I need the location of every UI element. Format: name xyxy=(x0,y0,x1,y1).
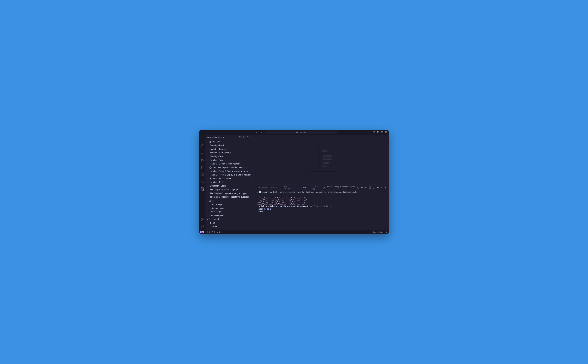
source-control-icon[interactable] xyxy=(201,158,204,162)
notifications-bell-icon[interactable] xyxy=(385,231,387,234)
task-item[interactable]: Foundry - Test xyxy=(205,155,254,158)
task-item[interactable]: Hardhat - Reset & Deploy to platform net… xyxy=(205,173,254,177)
kill-terminal-icon[interactable] xyxy=(372,186,375,189)
gear-icon[interactable] xyxy=(242,136,245,138)
collapse-all-icon[interactable] xyxy=(246,136,248,138)
genie-icon[interactable] xyxy=(201,194,204,198)
svg-rect-7 xyxy=(381,131,383,133)
settings-gear-icon[interactable] xyxy=(201,225,204,229)
tab-terminal[interactable]: TERMINAL xyxy=(298,185,310,190)
task-item[interactable]: test xyxy=(205,228,254,230)
layout-sidebar-left-icon[interactable] xyxy=(377,131,379,134)
task-item[interactable]: The Graph - Deploy or update the subgrap… xyxy=(205,195,254,199)
explorer-icon[interactable] xyxy=(201,144,204,148)
svg-point-0 xyxy=(296,132,297,133)
task-item[interactable]: test package xyxy=(205,210,254,214)
task-item[interactable]: Hardhat - Test xyxy=(205,180,254,184)
tree-group-go[interactable]: ⌄ go xyxy=(205,199,254,203)
tab-output[interactable]: OUTPUT xyxy=(270,185,280,190)
task-item[interactable]: build workspace xyxy=(205,206,254,210)
svg-rect-35 xyxy=(322,150,327,152)
task-item[interactable]: Hardhat - Reset & Deploy to local networ… xyxy=(205,169,254,173)
run-debug-icon[interactable] xyxy=(201,165,204,170)
accounts-icon[interactable] xyxy=(201,218,204,222)
terminal-dropdown-icon[interactable] xyxy=(365,186,367,189)
svg-point-27 xyxy=(202,226,203,227)
more-icon[interactable] xyxy=(250,136,252,138)
close-panel-icon[interactable] xyxy=(384,186,386,189)
layout-grid-icon[interactable] xyxy=(372,131,375,134)
warning-icon xyxy=(211,231,213,233)
svg-point-30 xyxy=(250,137,251,137)
layout-panel-icon[interactable] xyxy=(381,131,383,134)
layout-sidebar-right-icon[interactable] xyxy=(385,131,387,134)
tree-group-workspace[interactable]: ⌄ { } Workspace xyxy=(205,140,254,143)
more-icon[interactable] xyxy=(376,186,379,189)
tools-icon xyxy=(323,187,325,189)
split-terminal-icon[interactable] xyxy=(369,186,371,189)
terminal-body[interactable]: * Executing task: bunx settlemint scs ha… xyxy=(254,190,389,230)
remote-indicator[interactable] xyxy=(200,231,204,234)
task-status-icon xyxy=(256,192,258,193)
task-item[interactable]: compile xyxy=(205,225,254,228)
task-item[interactable]: Foundry - Start network xyxy=(205,151,254,155)
svg-point-28 xyxy=(243,137,244,137)
task-manager-icon[interactable]: 1 xyxy=(201,187,204,191)
svg-point-46 xyxy=(217,232,218,232)
svg-rect-1 xyxy=(373,131,373,132)
task-item[interactable]: The Graph - Build the subgraph xyxy=(205,188,254,192)
task-item[interactable]: Hardhat - Start network xyxy=(205,177,254,181)
testing-icon[interactable] xyxy=(201,180,204,184)
task-item[interactable]: The Graph - Codegen the subgraph types xyxy=(205,192,254,195)
ascii-art-logo: _____ __ __ __ __ ____ __ / ___/___ / /_… xyxy=(256,195,386,205)
terminal-prompt-question: ? Which blockchain node do you want to c… xyxy=(256,205,386,208)
sidebar: TASK MANAGER: TASKS ⌄ { } Workspace Foun… xyxy=(205,135,254,230)
tab-ports[interactable]: PORTS 1 xyxy=(310,184,323,191)
terminal-exec-line: * Executing task: bunx settlemint scs ha… xyxy=(256,191,386,194)
tree-group-hardhat[interactable]: ⌄ hardhat xyxy=(205,217,254,221)
tab-debug-console[interactable]: DEBUG CONSOLE xyxy=(280,184,298,191)
svg-rect-9 xyxy=(385,131,387,133)
task-item[interactable]: Hardhat - Build xyxy=(205,158,254,162)
task-item[interactable]: SettleMint - Login xyxy=(205,184,254,188)
terminal-prompt-selected: ❯ Besu Node 1 xyxy=(256,208,386,210)
refresh-icon[interactable] xyxy=(239,136,241,138)
status-ports[interactable]: 1 xyxy=(216,231,220,233)
status-layout[interactable]: Layout: U.S. xyxy=(373,231,383,233)
extensions-icon[interactable] xyxy=(201,173,204,177)
status-errors[interactable]: 0 xyxy=(206,231,210,233)
sidebar-title: TASK MANAGER: TASKS xyxy=(207,136,228,138)
svg-rect-6 xyxy=(377,131,378,133)
task-item[interactable]: build package xyxy=(205,203,254,206)
menu-icon[interactable] xyxy=(201,136,204,141)
maximize-panel-icon[interactable] xyxy=(380,186,383,189)
svg-point-26 xyxy=(202,219,203,220)
nav-back-icon[interactable] xyxy=(256,131,258,134)
svg-rect-22 xyxy=(203,173,204,174)
task-item[interactable]: Hardhat - Deploy to local network xyxy=(205,162,254,166)
terminal-prompt-option: None xyxy=(256,210,386,213)
task-item-running[interactable]: Hardhat - Deploy to platform network xyxy=(205,166,254,169)
svg-point-43 xyxy=(377,187,378,188)
folder-icon xyxy=(209,218,211,220)
terminal-task-name[interactable]: Hardhat - Deploy to platform network - T… xyxy=(323,186,359,190)
terminal-scrollbar[interactable] xyxy=(388,191,388,193)
folder-icon xyxy=(209,200,211,202)
empty-editor-icon xyxy=(307,147,336,173)
nav-forward-icon[interactable] xyxy=(260,131,262,134)
chevron-down-icon: ⌄ xyxy=(206,199,209,202)
brackets-icon: { } xyxy=(209,140,211,143)
svg-rect-39 xyxy=(322,166,327,167)
task-item[interactable]: Foundry - Build xyxy=(205,143,254,147)
new-terminal-icon[interactable] xyxy=(361,186,363,189)
svg-rect-33 xyxy=(310,148,319,172)
svg-rect-20 xyxy=(201,175,202,176)
task-item[interactable]: clean xyxy=(205,221,254,225)
task-item[interactable]: Foundry - Format xyxy=(205,147,254,151)
tab-problems[interactable]: PROBLEMS xyxy=(256,185,270,190)
command-center[interactable]: usecase xyxy=(265,131,337,134)
activitybar: 1 xyxy=(199,135,205,230)
search-icon[interactable] xyxy=(201,151,204,155)
status-warnings[interactable]: 0 xyxy=(211,231,215,233)
task-item[interactable]: test workspace xyxy=(205,214,254,217)
